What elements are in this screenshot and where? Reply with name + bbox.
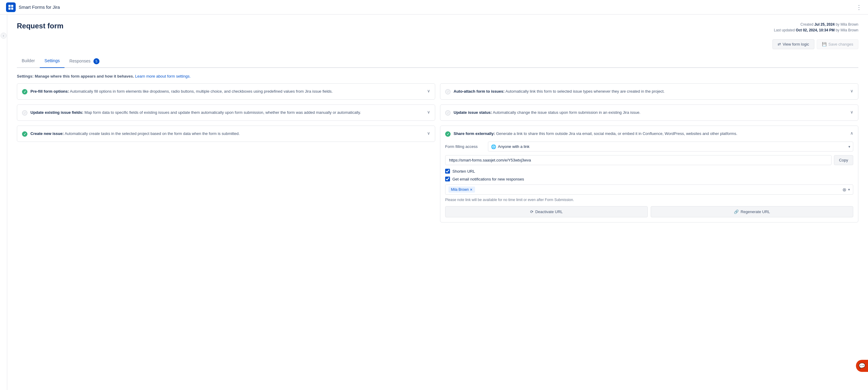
page-meta: Created Jul 25, 2024 by Mila Brown Last … [774,22,858,33]
shorten-url-row: Shorten URL [445,169,853,173]
prefill-text: Pre-fill form options: Automatically fil… [30,88,333,94]
email-notifications-row: Get email notifications for new response… [445,176,853,182]
responses-badge: 5 [93,58,99,64]
app-title: Smart Forms for Jira [19,4,60,10]
share-form-text: Share form externally: Generate a link t… [454,131,737,137]
view-form-logic-button[interactable]: ⇄ View form logic [772,39,814,49]
update-fields-card-header: ✓ Update existing issue fields: Map form… [22,110,430,116]
regenerate-icon: 🔗 [734,210,739,214]
prefill-card-header: ✓ Pre-fill form options: Automatically f… [22,88,430,94]
email-notifications-checkbox[interactable] [445,176,450,182]
users-tags-row: Mila Brown × ⊗ ▾ [445,185,853,195]
tab-builder[interactable]: Builder [17,55,40,68]
prefill-chevron-icon[interactable]: ∨ [427,88,430,93]
logo-icon [8,4,14,10]
share-form-icon: ✓ [445,131,451,137]
svg-rect-1 [11,5,13,7]
shorten-url-label[interactable]: Shorten URL [453,169,475,173]
prefill-icon: ✓ [22,89,27,94]
update-fields-text: Update existing issue fields: Map form d… [30,110,361,116]
page-title: Request form [17,22,64,30]
settings-cards-grid: ✓ Pre-fill form options: Automatically f… [17,83,858,222]
share-form-chevron-icon[interactable]: ∧ [850,131,853,136]
chevron-right-icon: › [3,34,4,37]
access-select[interactable]: Anyone with a link Restricted access No … [488,142,853,151]
form-filling-access-row: Form filling access 🌐 Anyone with a link… [445,142,853,151]
create-issue-text: Create new issue: Automatically create t… [30,131,240,137]
left-column: ✓ Pre-fill form options: Automatically f… [17,83,435,222]
meta-updated: Last updated Oct 02, 2024, 10:34 PM by M… [774,27,858,33]
share-form-card: ✓ Share form externally: Generate a link… [440,126,858,222]
share-form-header: ✓ Share form externally: Generate a link… [445,131,853,137]
deactivate-icon: ⟳ [530,210,533,214]
user-tag: Mila Brown × [448,187,475,193]
update-fields-card: ✓ Update existing issue fields: Map form… [17,105,435,121]
sidebar-toggle[interactable]: › [0,15,7,390]
email-notifications-label[interactable]: Get email notifications for new response… [453,177,524,182]
right-column: ✓ Auto-attach form to issues: Automatica… [440,83,858,222]
url-row: Copy [445,155,853,165]
svg-rect-3 [11,7,13,10]
update-status-card: ✓ Update issue status: Automatically cha… [440,105,858,121]
tags-dropdown-icon[interactable]: ▾ [848,188,850,192]
svg-rect-0 [8,5,10,7]
url-note: Please note link will be available for n… [445,198,853,202]
save-changes-button[interactable]: 💾 Save changes [817,39,858,49]
topbar-left: Smart Forms for Jira [6,2,60,12]
create-issue-chevron-icon[interactable]: ∨ [427,131,430,136]
more-options-button[interactable]: ⋮ [856,4,862,11]
shorten-url-checkbox[interactable] [445,169,450,173]
user-tag-name: Mila Brown [451,188,469,192]
globe-icon: 🌐 [491,144,496,149]
deactivate-url-button[interactable]: ⟳ Deactivate URL [445,206,648,217]
svg-rect-2 [8,7,10,10]
page-header: Request form Created Jul 25, 2024 by Mil… [17,22,858,33]
create-issue-card: ✓ Create new issue: Automatically create… [17,126,435,142]
tab-settings[interactable]: Settings [40,55,65,68]
remove-user-tag-button[interactable]: × [470,187,472,192]
prefill-card: ✓ Pre-fill form options: Automatically f… [17,83,435,100]
save-icon: 💾 [822,42,827,47]
auto-attach-text: Auto-attach form to issues: Automaticall… [454,88,664,94]
create-issue-icon: ✓ [22,131,27,137]
update-status-chevron-icon[interactable]: ∨ [850,110,853,114]
sidebar-toggle-btn[interactable]: › [1,33,7,39]
url-input[interactable] [445,155,832,165]
update-status-card-header: ✓ Update issue status: Automatically cha… [445,110,853,116]
meta-created: Created Jul 25, 2024 by Mila Brown [774,22,858,27]
create-issue-card-header: ✓ Create new issue: Automatically create… [22,131,430,137]
tab-responses[interactable]: Responses 5 [64,55,104,68]
auto-attach-icon: ✓ [445,89,451,94]
topbar: Smart Forms for Jira ⋮ [0,0,868,15]
toolbar: ⇄ View form logic 💾 Save changes [17,39,858,49]
update-status-icon: ✓ [445,110,451,116]
logic-icon: ⇄ [778,42,781,47]
copy-button[interactable]: Copy [834,155,853,165]
settings-description: Settings: Manage where this form appears… [17,74,858,79]
update-status-text: Update issue status: Automatically chang… [454,110,641,116]
regenerate-url-button[interactable]: 🔗 Regenerate URL [651,206,853,217]
access-select-wrapper: 🌐 Anyone with a link Restricted access N… [488,142,853,151]
app-logo [6,2,16,12]
tabs-bar: Builder Settings Responses 5 [17,55,858,68]
update-fields-icon: ✓ [22,110,27,116]
floating-icon: 💬 [859,363,865,369]
learn-more-link[interactable]: Learn more about form settings. [135,74,190,79]
auto-attach-chevron-icon[interactable]: ∨ [850,88,853,93]
form-filling-access-label: Form filling access [445,144,484,149]
tags-clear-button[interactable]: ⊗ [842,187,846,193]
auto-attach-card-header: ✓ Auto-attach form to issues: Automatica… [445,88,853,94]
auto-attach-card: ✓ Auto-attach form to issues: Automatica… [440,83,858,100]
update-fields-chevron-icon[interactable]: ∨ [427,110,430,114]
main-content: Request form Created Jul 25, 2024 by Mil… [7,15,868,390]
action-buttons: ⟳ Deactivate URL 🔗 Regenerate URL [445,206,853,217]
floating-action-button[interactable]: 💬 [856,360,868,372]
